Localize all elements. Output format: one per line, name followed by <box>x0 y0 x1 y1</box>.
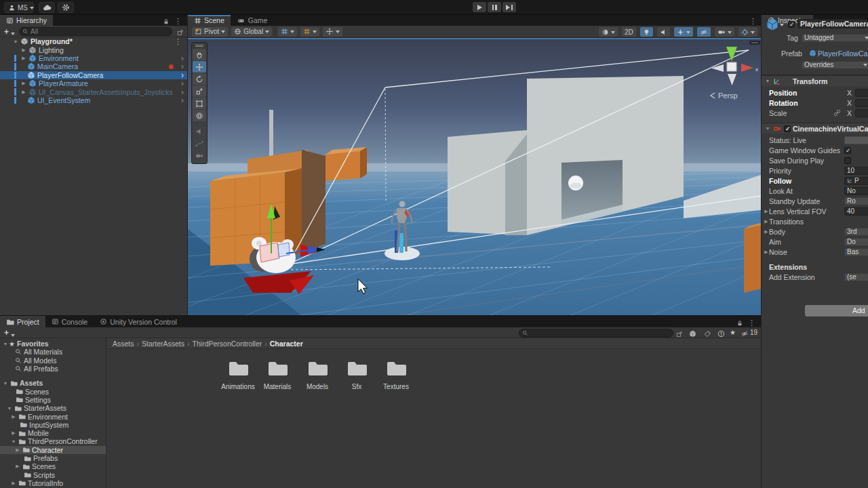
tab-scene[interactable]: Scene <box>188 15 231 26</box>
add-component-button[interactable]: Add <box>805 305 868 317</box>
hierarchy-item[interactable]: Environment <box>0 54 187 62</box>
project-search-input[interactable] <box>530 329 670 337</box>
foldout-icon[interactable] <box>10 481 17 486</box>
breadcrumb-item[interactable]: Assets <box>113 340 134 348</box>
scene-lighting-button[interactable] <box>640 27 653 37</box>
tree-row[interactable]: Environment <box>0 412 106 420</box>
effects-button[interactable] <box>674 27 693 37</box>
tree-row[interactable]: Favorites <box>0 340 106 348</box>
rotate-tool-button[interactable] <box>193 73 206 85</box>
tree-row[interactable]: All Prefabs <box>0 365 106 373</box>
folder-item[interactable]: Textures <box>376 357 416 390</box>
foldout-icon[interactable] <box>763 249 770 255</box>
tab-hierarchy[interactable]: Hierarchy <box>0 15 53 26</box>
breadcrumb-item[interactable]: ThirdPersonController <box>193 340 262 348</box>
tree-row[interactable]: Mobile <box>0 429 106 437</box>
camera-clip-tool-button[interactable] <box>193 150 206 161</box>
tool-handle-pivot-button[interactable]: Pivot <box>192 27 228 37</box>
foldout-icon[interactable] <box>10 430 17 436</box>
nav-arrow-icon[interactable] <box>181 97 184 104</box>
tab-game[interactable]: Game <box>231 15 274 26</box>
pause-button[interactable] <box>488 2 501 12</box>
open-window-icon[interactable] <box>177 28 184 36</box>
foldout-icon[interactable] <box>2 342 9 346</box>
gizmos-button[interactable] <box>738 27 757 37</box>
settings-button[interactable] <box>58 2 74 13</box>
scene-row[interactable]: Playground* <box>0 37 187 45</box>
account-button[interactable]: MS <box>4 2 34 13</box>
search-by-label-icon[interactable] <box>704 329 711 338</box>
tab-console[interactable]: Console <box>45 316 94 327</box>
lock-icon[interactable] <box>163 17 170 25</box>
save-checkbox[interactable] <box>844 157 851 164</box>
hierarchy-search[interactable] <box>19 27 172 36</box>
project-content[interactable]: Animations Materials Models Sfx Textures <box>107 349 761 488</box>
cloud-button[interactable] <box>39 2 55 13</box>
tree-row[interactable]: InputSystem <box>0 421 106 429</box>
folder-item[interactable]: Sfx <box>337 357 376 390</box>
chevron-down-icon[interactable] <box>780 24 784 28</box>
tree-row-selected[interactable]: Character <box>0 446 106 454</box>
tree-row[interactable]: TutorialInfo <box>0 479 106 487</box>
hierarchy-search-input[interactable] <box>31 28 169 35</box>
create-button[interactable]: + <box>4 328 9 338</box>
foldout-icon[interactable] <box>12 39 19 44</box>
snap-move-button[interactable] <box>323 27 342 37</box>
move-tool-button[interactable] <box>193 61 206 73</box>
scene-viewport[interactable]: x Persp <box>188 38 761 315</box>
transform-tool-button[interactable] <box>193 110 206 121</box>
foldout-icon[interactable] <box>20 81 27 86</box>
foldout-icon[interactable] <box>763 229 770 235</box>
2d-toggle-button[interactable]: 2D <box>622 27 636 37</box>
tree-row[interactable]: Assets <box>0 379 106 387</box>
folder-item[interactable]: Models <box>298 357 337 390</box>
tree-row[interactable]: All Models <box>0 357 106 365</box>
rotation-x-input[interactable] <box>855 99 868 107</box>
collapsed-overlay-handle[interactable] <box>749 41 760 45</box>
panel-menu-icon[interactable] <box>749 16 757 26</box>
active-checkbox[interactable] <box>788 21 795 28</box>
import-log-icon[interactable] <box>717 329 725 338</box>
overlay-drag-handle[interactable] <box>192 43 207 48</box>
breadcrumb-item-current[interactable]: Character <box>270 340 303 348</box>
foldout-icon[interactable] <box>10 439 17 444</box>
tree-row[interactable]: Scripts <box>0 470 106 479</box>
panel-menu-icon[interactable] <box>174 16 182 26</box>
spline-tool-button[interactable] <box>193 138 206 149</box>
lookat-object-field[interactable]: No <box>844 187 868 195</box>
tree-row[interactable]: ThirdPersonController <box>0 437 106 445</box>
favorites-star-icon[interactable] <box>730 328 736 336</box>
tree-row[interactable]: Prefabs <box>0 454 106 462</box>
scene-audio-button[interactable] <box>657 27 670 37</box>
lens-fov-input[interactable]: 40 <box>844 207 868 216</box>
play-button[interactable] <box>473 2 486 12</box>
tree-row[interactable]: All Materials <box>0 348 106 356</box>
step-button[interactable] <box>502 2 516 12</box>
hierarchy-item[interactable]: UI_EventSystem <box>0 96 187 104</box>
tree-row[interactable]: Settings <box>0 396 106 404</box>
hierarchy-item[interactable]: PlayerArmature <box>0 79 187 87</box>
snap-increment-button[interactable] <box>300 27 319 37</box>
foldout-icon[interactable] <box>20 56 27 61</box>
hierarchy-item[interactable]: MainCamera <box>0 62 187 70</box>
solo-button[interactable] <box>844 136 868 144</box>
foldout-icon[interactable] <box>763 209 770 214</box>
noise-dropdown[interactable]: Bas <box>844 248 868 256</box>
aim-dropdown[interactable]: Do <box>844 238 868 246</box>
foldout-icon[interactable] <box>764 79 771 83</box>
add-extension-dropdown[interactable]: (se <box>844 273 868 281</box>
hidden-objects-button[interactable] <box>697 27 711 37</box>
audio-tool-button[interactable] <box>193 125 206 137</box>
component-checkbox[interactable] <box>784 125 791 132</box>
transform-header[interactable]: Transform <box>762 75 868 86</box>
nav-arrow-icon[interactable] <box>181 89 184 96</box>
standby-dropdown[interactable]: Ro <box>844 197 868 205</box>
foldout-icon[interactable] <box>2 381 9 386</box>
hierarchy-item[interactable]: UI_Canvas_StarterAssetsInputs_Joysticks <box>0 87 187 96</box>
breadcrumb-item[interactable]: StarterAssets <box>142 340 184 348</box>
foldout-icon[interactable] <box>14 447 21 453</box>
priority-input[interactable]: 10 <box>844 167 868 175</box>
hidden-count-icon[interactable] <box>741 329 749 338</box>
camera-settings-button[interactable] <box>715 27 734 37</box>
scale-tool-button[interactable] <box>193 85 206 97</box>
